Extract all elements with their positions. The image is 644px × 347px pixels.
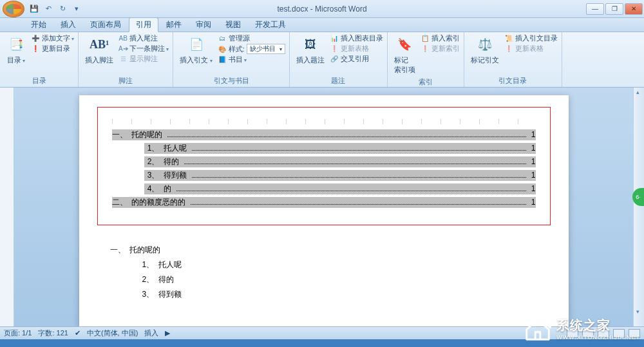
insert-authorities-button[interactable]: 📜插入引文目录 [504, 33, 558, 43]
insert-caption-button[interactable]: 🖼 插入题注 [294, 33, 327, 66]
tab-developer[interactable]: 开发工具 [249, 18, 292, 32]
toc-entry[interactable]: 1、托人呢1 [112, 143, 536, 154]
minimize-button[interactable]: — [586, 3, 604, 15]
toc-icon: 📑 [6, 35, 26, 54]
document-page[interactable]: 一、托的呢的11、托人呢12、得的13、得到额14、的1二、的的额度恶的的1 一… [79, 95, 569, 326]
show-notes-button[interactable]: ☰显示脚注 [118, 54, 169, 64]
toc-text: 得的 [164, 156, 182, 167]
toc-leader [167, 132, 526, 137]
style-dropdown[interactable]: 缺少书目▾ [247, 44, 285, 54]
citation-icon: 📄 [187, 35, 206, 54]
body-line[interactable]: 3、 得到额 [97, 289, 551, 300]
body-text: 托的呢的 [129, 245, 160, 254]
cross-reference-button[interactable]: 🔗交叉引用 [330, 54, 383, 64]
status-language[interactable]: 中文(简体, 中国) [87, 328, 138, 338]
tab-insert[interactable]: 插入 [54, 18, 82, 32]
toc-button[interactable]: 📑 目录 [4, 33, 28, 66]
maximize-button[interactable]: ❐ [605, 3, 623, 15]
body-num: 2、 [142, 275, 155, 284]
sources-icon: 🗂 [218, 34, 227, 43]
insert-index-button[interactable]: 📋插入索引 [421, 33, 460, 43]
window-title: test.docx - Microsoft Word [277, 5, 366, 14]
toc-leader [192, 145, 526, 151]
status-macro-icon[interactable]: ▶ [165, 329, 170, 337]
toc-leader [176, 186, 526, 191]
biblio-icon: 📘 [218, 55, 227, 64]
toc-page: 1 [529, 144, 536, 153]
toc-entry[interactable]: 一、托的呢的1 [112, 129, 536, 140]
vertical-ruler[interactable] [0, 88, 14, 326]
toc-entry[interactable]: 2、得的1 [112, 156, 536, 167]
auth-table-icon: 📜 [504, 34, 513, 43]
view-print-layout[interactable] [567, 329, 578, 338]
tab-review[interactable]: 审阅 [189, 18, 218, 32]
toc-page: 1 [529, 157, 536, 166]
vertical-scrollbar[interactable] [633, 88, 644, 326]
insert-figures-button[interactable]: 📊插入图表目录 [330, 33, 383, 43]
body-text: 得的 [158, 275, 174, 284]
status-page[interactable]: 页面: 1/1 [4, 328, 32, 338]
manage-sources-button[interactable]: 🗂管理源 [218, 33, 285, 43]
group-citations-label: 引文与书目 [177, 75, 285, 87]
style-icon: 🎨 [218, 44, 227, 53]
qat-save[interactable]: 💾 [28, 3, 40, 15]
group-captions-label: 题注 [294, 75, 383, 87]
crossref-icon: 🔗 [330, 55, 339, 64]
next-footnote-button[interactable]: A➔下一条脚注 [118, 44, 169, 53]
qat-more[interactable]: ▾ [71, 3, 82, 15]
update-authorities-button[interactable]: ❗更新表格 [504, 44, 558, 53]
body-line[interactable]: 2、 得的 [97, 274, 551, 285]
figtable-icon: 📊 [330, 34, 339, 43]
mark-entry-button[interactable]: 🔖 标记 索引项 [392, 33, 418, 76]
tab-page-layout[interactable]: 页面布局 [84, 18, 128, 32]
bibliography-button[interactable]: 📘书目 [218, 55, 285, 64]
document-area: 一、托的呢的11、托人呢12、得的13、得到额14、的1二、的的额度恶的的1 一… [0, 88, 644, 326]
footnote-icon: AB¹ [90, 35, 109, 54]
status-mode[interactable]: 插入 [144, 328, 158, 338]
insert-endnote-button[interactable]: AB插入尾注 [118, 33, 169, 43]
toc-leader [192, 173, 526, 178]
close-button[interactable]: ✕ [625, 3, 643, 15]
body-line[interactable]: 一、 托的呢的 [97, 245, 551, 256]
tab-references[interactable]: 引用 [129, 17, 158, 32]
toc-entry[interactable]: 3、得到额1 [112, 170, 536, 181]
index-mark-icon: 🔖 [395, 35, 414, 54]
toc-page: 1 [529, 184, 536, 193]
update-table-button[interactable]: ❗更新表格 [330, 44, 383, 53]
toc-leader [191, 200, 526, 205]
body-num: 一、 [110, 245, 126, 254]
caption-icon: 🖼 [301, 35, 320, 54]
view-full-screen[interactable] [582, 329, 594, 338]
toc-page: 1 [529, 171, 536, 180]
toc-num: 1、 [144, 143, 164, 154]
qat-undo[interactable]: ↶ [43, 3, 54, 15]
add-text-button[interactable]: ➕添加文字 [31, 33, 74, 43]
toc-entry[interactable]: 二、的的额度恶的的1 [112, 197, 536, 208]
toc-entry[interactable]: 4、的1 [112, 183, 536, 194]
group-footnotes-label: 脚注 [82, 75, 169, 87]
insert-citation-button[interactable]: 📄 插入引文 [177, 33, 214, 66]
view-outline[interactable] [613, 329, 625, 338]
refresh-icon: ❗ [31, 44, 40, 53]
mark-citation-button[interactable]: ⚖️ 标记引文 [468, 33, 502, 66]
view-web-layout[interactable] [598, 329, 609, 338]
tab-view[interactable]: 视图 [219, 18, 247, 32]
body-line[interactable]: 1、 托人呢 [97, 259, 551, 270]
update-toc-button[interactable]: ❗更新目录 [31, 44, 74, 53]
update-index-button[interactable]: ❗更新索引 [421, 44, 460, 53]
tab-home[interactable]: 开始 [24, 18, 53, 32]
quick-access-toolbar: 💾 ↶ ↻ ▾ [28, 3, 82, 15]
status-words[interactable]: 字数: 121 [38, 328, 68, 338]
view-draft[interactable] [629, 329, 640, 338]
body-text: 托人呢 [158, 260, 182, 269]
insert-footnote-button[interactable]: AB¹ 插入脚注 [82, 33, 116, 66]
toc-ruler [112, 117, 536, 126]
body-num: 1、 [142, 260, 155, 269]
status-proof-icon[interactable]: ✔ [75, 329, 80, 337]
show-icon: ☰ [118, 55, 128, 64]
tab-mailings[interactable]: 邮件 [160, 18, 188, 32]
qat-redo[interactable]: ↻ [57, 3, 68, 15]
office-button[interactable] [3, 1, 24, 17]
body-text: 得到额 [158, 290, 182, 299]
toc-num: 3、 [144, 170, 164, 181]
